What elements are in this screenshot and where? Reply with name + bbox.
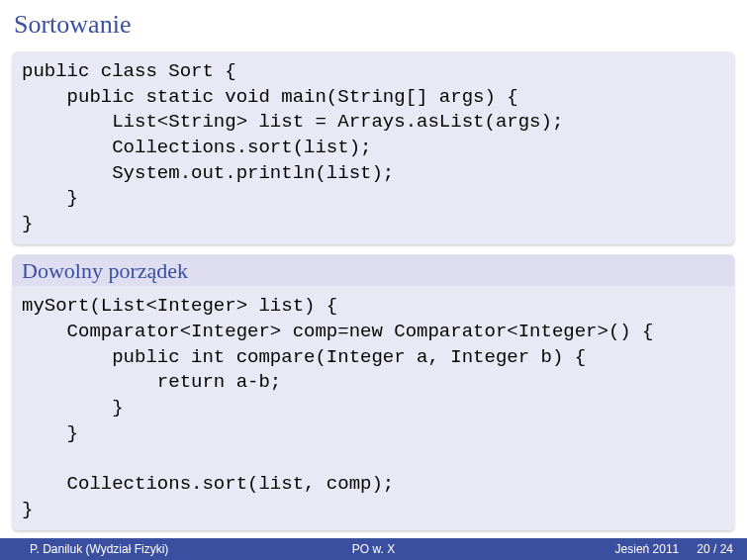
code-block-sort: public class Sort { public static void m… (12, 51, 735, 244)
code-block-comparator: mySort(List<Integer> list) { Comparator<… (12, 286, 735, 530)
slide-footer: PO w. X P. Daniluk (Wydział Fizyki) Jesi… (0, 538, 747, 560)
slide-title: Sortowanie (0, 0, 747, 47)
footer-center: PO w. X (0, 542, 747, 556)
section-header: Dowolny porządek (12, 254, 735, 286)
section-title: Dowolny porządek (22, 258, 725, 284)
